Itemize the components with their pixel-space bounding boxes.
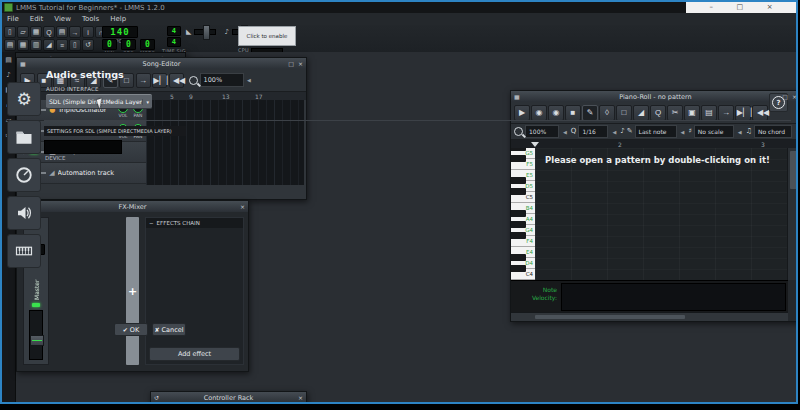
note-length-dropdown[interactable]: Last note — [635, 125, 677, 138]
close-button[interactable]: × — [767, 2, 773, 13]
audio-settings-tab[interactable] — [7, 196, 41, 230]
zoom-level-dropdown[interactable]: 100% — [200, 73, 244, 87]
x-icon: ✘ — [154, 326, 159, 333]
close-icon[interactable]: × — [298, 392, 303, 403]
automation-editor-toggle-icon[interactable]: ◢ — [43, 39, 55, 51]
behaviour-at-stop-button[interactable]: → — [718, 105, 734, 121]
quantize-caret-icon[interactable]: ◀ — [612, 129, 616, 135]
samples-icon[interactable]: ♪ — [6, 72, 10, 79]
piano-key[interactable]: F5 — [511, 159, 535, 170]
bb-editor-toggle-icon[interactable]: ▦ — [17, 39, 29, 51]
vertical-scrollbar[interactable] — [787, 148, 798, 280]
zoom-icon[interactable]: Q — [43, 26, 55, 38]
save-as-icon[interactable]: ▤ — [56, 26, 68, 38]
zoom-caret-icon[interactable]: ◀ — [247, 77, 251, 83]
general-settings-tab[interactable]: ⚙ — [7, 82, 41, 116]
zoom-level-dropdown[interactable]: 100% — [525, 125, 559, 138]
track-name[interactable]: Automation track — [58, 169, 144, 177]
controller-rack-titlebar[interactable]: ↺ Controller Rack × — [151, 392, 306, 403]
draw-mode-button[interactable]: ✎ — [582, 105, 598, 121]
close-icon[interactable]: × — [240, 201, 245, 212]
tempo-display[interactable]: 140 — [102, 26, 138, 38]
scale-caret-icon[interactable]: ◀ — [738, 129, 742, 135]
close-icon[interactable]: × — [298, 58, 303, 69]
save-project-icon[interactable]: ▦ — [30, 26, 42, 38]
timesig-numerator[interactable]: 4 — [167, 26, 181, 36]
detune-mode-button[interactable]: ◢ — [633, 105, 649, 121]
performance-tab[interactable] — [7, 158, 41, 192]
instruments-icon[interactable]: ▤ — [5, 57, 12, 64]
piano-roll-toggle-icon[interactable]: ▥ — [30, 39, 42, 51]
record-button[interactable]: ◉ — [531, 105, 547, 121]
timesig-denominator[interactable]: 4 — [167, 37, 181, 47]
piano-key[interactable]: F4 — [511, 236, 535, 247]
record-accompany-button[interactable]: ◉ — [548, 105, 564, 121]
quantize-button[interactable]: Q — [650, 105, 666, 121]
behaviour-at-stop-button[interactable]: → — [136, 73, 151, 88]
chord-icon: ♫ — [746, 128, 752, 135]
menu-item[interactable]: View — [54, 15, 71, 23]
window-title: LMMS Tutorial for Beginners* - LMMS 1.2.… — [16, 4, 165, 12]
whats-this-icon[interactable]: i — [82, 26, 94, 38]
end-marker-button[interactable]: ▶▏ — [735, 105, 751, 121]
rewind-button[interactable]: ▏◀◀ — [752, 105, 768, 121]
maximize-icon[interactable]: □ — [782, 91, 788, 102]
device-input[interactable] — [44, 140, 122, 154]
scale-dropdown[interactable]: No scale — [694, 125, 734, 138]
piano-key[interactable]: C4 — [511, 269, 535, 280]
master-fader[interactable] — [29, 310, 43, 360]
open-project-icon[interactable]: ▱ — [17, 26, 29, 38]
cancel-button[interactable]: ✘ Cancel — [152, 323, 186, 336]
maximize-button[interactable]: □ — [737, 2, 744, 13]
fx-mixer-toggle-icon[interactable]: ≡ — [56, 39, 68, 51]
song-editor-toggle-icon[interactable]: ▤ — [4, 39, 16, 51]
ok-button[interactable]: ✔ OK — [114, 323, 148, 336]
horizontal-scrollbar[interactable] — [511, 312, 788, 321]
piano-key[interactable]: C5 — [511, 192, 535, 203]
fx-mixer-titlebar[interactable]: ≡ FX-Mixer × — [17, 201, 248, 212]
cut-button[interactable]: ✂ — [667, 105, 683, 121]
paste-button[interactable]: ▤ — [701, 105, 717, 121]
note-edit-area[interactable]: Please open a pattern by double-clicking… — [535, 148, 788, 280]
add-channel-button[interactable]: + — [126, 217, 139, 365]
project-notes-toggle-icon[interactable]: ▯ — [69, 39, 81, 51]
piano-roll-titlebar[interactable]: ▦ Piano-Roll - no pattern □ × — [511, 91, 798, 102]
erase-mode-button[interactable]: ◊ — [599, 105, 615, 121]
quantize-dropdown[interactable]: 1/16 — [578, 125, 608, 138]
menu-item[interactable]: Tools — [82, 15, 99, 23]
empty-pattern-message: Please open a pattern by double-clicking… — [545, 155, 770, 165]
note-length-caret-icon[interactable]: ◀ — [681, 129, 685, 135]
stop-button[interactable]: ■ — [565, 105, 581, 121]
select-mode-button[interactable]: □ — [616, 105, 632, 121]
paths-tab[interactable] — [7, 120, 41, 154]
playhead-marker[interactable] — [531, 142, 539, 147]
chord-caret-icon[interactable]: ◀ — [796, 129, 798, 135]
end-marker-button[interactable]: ▶▏ — [152, 73, 167, 88]
menu-item[interactable]: File — [7, 15, 19, 23]
channel-mute-led[interactable] — [32, 303, 40, 307]
maximize-icon[interactable]: □ — [288, 58, 294, 69]
minimize-button[interactable]: – — [710, 2, 714, 13]
play-button[interactable]: ▶ — [514, 105, 530, 121]
visualizer-overlay[interactable]: Click to enable — [238, 26, 296, 46]
track-solo-toggle[interactable] — [41, 172, 46, 174]
controller-rack-toggle-icon[interactable]: ↺ — [82, 39, 94, 51]
zoom-caret-icon[interactable]: ◀ — [563, 129, 567, 135]
midi-settings-tab[interactable] — [7, 234, 41, 268]
master-volume-slider[interactable] — [194, 29, 216, 35]
chord-dropdown[interactable]: No chord — [754, 125, 792, 138]
close-icon[interactable]: × — [792, 91, 797, 102]
velocity-edit-area[interactable] — [561, 283, 786, 311]
menu-item[interactable]: Edit — [30, 15, 44, 23]
export-project-icon[interactable]: → — [69, 26, 81, 38]
song-editor-titlebar[interactable]: ▦ Song-Editor □ × — [17, 58, 306, 69]
add-effect-button[interactable]: Add effect — [149, 347, 240, 361]
track-solo-toggle[interactable] — [41, 109, 46, 111]
menu-bar: FileEditViewToolsHelp — [2, 13, 796, 25]
menu-item[interactable]: Help — [110, 15, 126, 23]
copy-button[interactable]: ▣ — [684, 105, 700, 121]
effects-chain-toggle[interactable]: − — [149, 220, 154, 226]
rewind-button[interactable]: ▏◀◀ — [169, 73, 184, 88]
song-grid[interactable] — [146, 100, 304, 185]
new-project-icon[interactable]: ▯ — [4, 26, 16, 38]
